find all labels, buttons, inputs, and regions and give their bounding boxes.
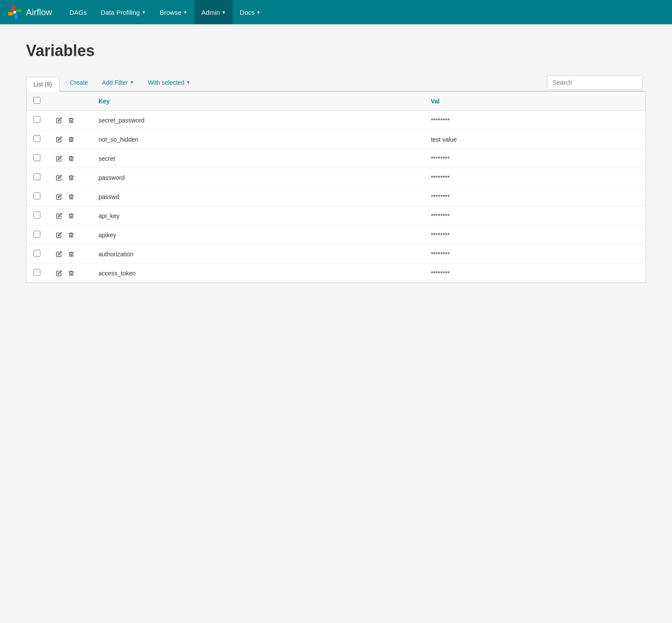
airflow-logo-icon <box>7 4 23 20</box>
nav-item-docs[interactable]: Docs ▼ <box>233 0 267 24</box>
row-actions-cell <box>48 264 92 283</box>
row-checkbox[interactable] <box>33 269 40 276</box>
trash-icon <box>68 251 74 257</box>
row-checkbox-cell[interactable] <box>26 206 48 225</box>
trash-icon <box>68 213 74 219</box>
row-key: not_so_hidden <box>92 130 424 149</box>
nav-brand-text: Airflow <box>26 7 52 17</box>
row-key: password <box>92 168 424 187</box>
edit-button[interactable] <box>55 155 63 162</box>
data-profiling-caret: ▼ <box>142 10 146 15</box>
row-key: passwd <box>92 187 424 206</box>
row-checkbox-cell[interactable] <box>26 130 48 149</box>
row-key: secret_password <box>92 111 424 130</box>
delete-button[interactable] <box>67 250 75 258</box>
add-filter-button[interactable]: Add Filter ▼ <box>95 76 141 89</box>
delete-button[interactable] <box>67 269 75 277</box>
nav-item-admin[interactable]: Admin ▼ <box>194 0 233 24</box>
select-all-header[interactable] <box>26 92 48 111</box>
with-selected-button[interactable]: With selected ▼ <box>141 76 198 89</box>
row-key: apikey <box>92 225 424 245</box>
select-all-checkbox[interactable] <box>33 97 40 104</box>
row-checkbox-cell[interactable] <box>26 168 48 187</box>
delete-button[interactable] <box>67 231 75 239</box>
nav-item-browse[interactable]: Browse ▼ <box>153 0 194 24</box>
trash-icon <box>68 117 74 123</box>
edit-button[interactable] <box>55 193 63 201</box>
nav-item-data-profiling[interactable]: Data Profiling ▼ <box>94 0 153 24</box>
variables-section: List (9) Create Add Filter ▼ With select… <box>26 74 646 283</box>
edit-icon <box>56 270 62 276</box>
row-actions-cell <box>48 187 92 206</box>
docs-caret: ▼ <box>257 10 261 15</box>
variables-table: Key Val <box>26 92 646 282</box>
row-val: ******** <box>424 206 646 225</box>
table-row: password ******** <box>26 168 646 187</box>
list-tab[interactable]: List (9) <box>26 77 59 92</box>
row-actions-cell <box>48 245 92 264</box>
table-row: api_key ******** <box>26 206 646 225</box>
edit-icon <box>56 117 62 123</box>
trash-icon <box>68 175 74 181</box>
key-header: Key <box>92 92 424 111</box>
delete-button[interactable] <box>67 155 75 162</box>
table-row: secret ******** <box>26 149 646 168</box>
svg-point-0 <box>13 11 16 13</box>
row-checkbox[interactable] <box>33 116 40 123</box>
edit-icon <box>56 175 62 181</box>
row-key: authorization <box>92 245 424 264</box>
edit-icon <box>56 213 62 219</box>
edit-button[interactable] <box>55 174 63 182</box>
trash-icon <box>68 232 74 238</box>
row-val: ******** <box>424 149 646 168</box>
edit-button[interactable] <box>55 231 63 239</box>
table-row: access_token ******** <box>26 264 646 283</box>
edit-icon <box>56 232 62 238</box>
create-button[interactable]: Create <box>63 76 95 89</box>
row-val: test value <box>424 130 646 149</box>
table-row: not_so_hidden test value <box>26 130 646 149</box>
nav-logo[interactable]: Airflow <box>7 4 52 20</box>
browse-caret: ▼ <box>183 10 188 15</box>
row-actions-cell <box>48 206 92 225</box>
delete-button[interactable] <box>67 212 75 220</box>
val-header: Val <box>424 92 646 111</box>
row-checkbox[interactable] <box>33 154 40 161</box>
edit-icon <box>56 136 62 142</box>
table-row: authorization ******** <box>26 245 646 264</box>
with-selected-caret: ▼ <box>186 80 191 85</box>
row-checkbox[interactable] <box>33 231 40 238</box>
row-checkbox-cell[interactable] <box>26 111 48 130</box>
row-checkbox-cell[interactable] <box>26 225 48 245</box>
edit-button[interactable] <box>55 136 63 143</box>
row-checkbox-cell[interactable] <box>26 187 48 206</box>
edit-icon <box>56 194 62 200</box>
search-input[interactable] <box>547 75 642 90</box>
row-checkbox-cell[interactable] <box>26 264 48 283</box>
row-val: ******** <box>424 225 646 245</box>
row-checkbox[interactable] <box>33 212 40 219</box>
row-checkbox-cell[interactable] <box>26 149 48 168</box>
trash-icon <box>68 194 74 200</box>
delete-button[interactable] <box>67 136 75 143</box>
nav-item-dags[interactable]: DAGs <box>63 0 94 24</box>
variables-table-card: Key Val <box>26 91 646 283</box>
row-checkbox-cell[interactable] <box>26 245 48 264</box>
row-checkbox[interactable] <box>33 192 40 199</box>
edit-button[interactable] <box>55 269 63 277</box>
row-actions-cell <box>48 149 92 168</box>
row-val: ******** <box>424 264 646 283</box>
row-checkbox[interactable] <box>33 173 40 180</box>
delete-button[interactable] <box>67 193 75 201</box>
row-key: access_token <box>92 264 424 283</box>
edit-button[interactable] <box>55 116 63 124</box>
add-filter-caret: ▼ <box>130 80 134 85</box>
delete-button[interactable] <box>67 116 75 124</box>
trash-icon <box>68 136 74 142</box>
row-checkbox[interactable] <box>33 250 40 257</box>
edit-button[interactable] <box>55 212 63 220</box>
delete-button[interactable] <box>67 174 75 182</box>
edit-button[interactable] <box>55 250 63 258</box>
edit-icon <box>56 156 62 162</box>
row-checkbox[interactable] <box>33 135 40 142</box>
